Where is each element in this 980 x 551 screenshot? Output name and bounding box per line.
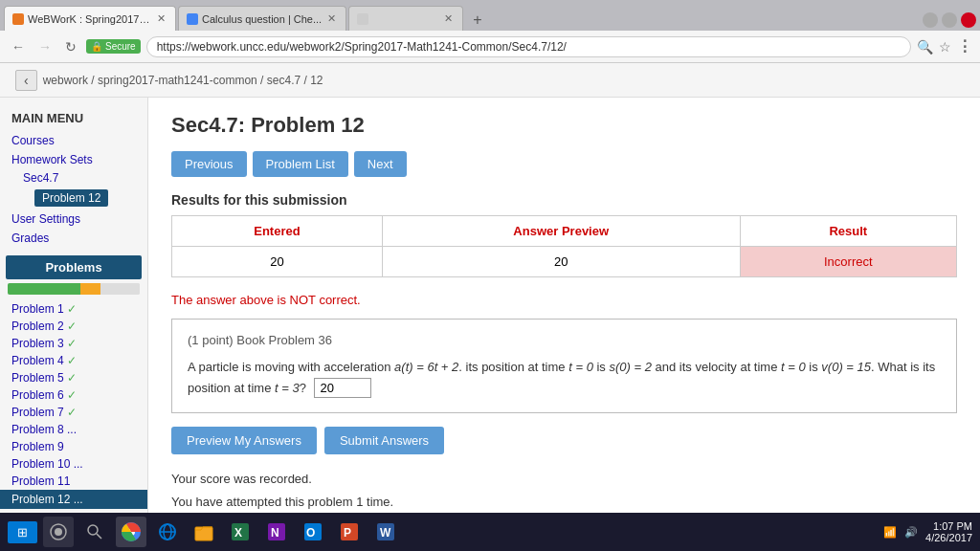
tab-favicon-webwork <box>12 13 24 25</box>
content-area: Sec4.7: Problem 12 Previous Problem List… <box>148 98 980 551</box>
problem-text: A particle is moving with acceleration a… <box>188 357 941 399</box>
problem-box: (1 point) Book Problem 36 A particle is … <box>171 319 957 413</box>
sidebar-item-user-settings[interactable]: User Settings <box>0 209 147 229</box>
svg-text:W: W <box>380 526 391 540</box>
tab-empty[interactable]: ✕ <box>348 6 463 31</box>
tab-calculus[interactable]: Calculus question | Che... ✕ <box>178 6 346 31</box>
problems-header: Problems <box>6 255 142 279</box>
submit-buttons: Preview My Answers Submit Answers <box>171 427 957 454</box>
sidebar-item-grades[interactable]: Grades <box>0 229 147 248</box>
col-header-entered: Entered <box>172 216 383 247</box>
time: 1:07 PM <box>925 520 972 532</box>
progress-empty <box>100 283 140 295</box>
forward-button[interactable]: → <box>34 37 56 56</box>
taskbar-explorer[interactable] <box>189 517 219 547</box>
svg-text:X: X <box>234 526 242 540</box>
cell-result: Incorrect <box>740 247 956 277</box>
sidebar-item-sec47[interactable]: Sec4.7 <box>0 169 147 187</box>
col-header-preview: Answer Preview <box>382 216 740 247</box>
sidebar-problem-9[interactable]: Problem 9 <box>0 438 147 455</box>
taskbar-outlook[interactable]: O <box>298 517 328 547</box>
sidebar-problem-5[interactable]: Problem 5 ✓ <box>0 369 147 386</box>
tab-webwork-close[interactable]: ✕ <box>155 12 167 25</box>
tab-empty-close[interactable]: ✕ <box>442 12 455 25</box>
sidebar-problem-2[interactable]: Problem 2 ✓ <box>0 318 147 335</box>
taskbar-search[interactable] <box>79 517 110 547</box>
new-tab-button[interactable]: + <box>465 10 489 31</box>
submit-button[interactable]: Submit Answers <box>324 427 444 454</box>
star-icon: ☆ <box>939 39 951 55</box>
taskbar-network-icon: 📶 <box>883 526 897 539</box>
sidebar-item-problem12-active[interactable]: Problem 12 <box>34 189 108 207</box>
svg-line-3 <box>97 534 101 539</box>
svg-text:O: O <box>306 526 315 540</box>
date: 4/26/2017 <box>925 532 972 543</box>
sidebar-problem-12-active[interactable]: Problem 12 ... <box>0 490 147 509</box>
taskbar-cortana[interactable] <box>43 517 74 547</box>
sidebar-problem-1[interactable]: Problem 1 ✓ <box>0 300 147 318</box>
cell-entered: 20 <box>172 247 383 277</box>
taskbar-onenote[interactable]: N <box>261 517 292 547</box>
sidebar-problem-3[interactable]: Problem 3 ✓ <box>0 335 147 352</box>
url-bar[interactable] <box>146 36 911 57</box>
taskbar-ie[interactable] <box>152 517 183 547</box>
tab-webwork-label: WeBWorK : Spring2017-... <box>28 13 151 25</box>
t-eq-0-2: t = 0 <box>781 360 806 374</box>
sidebar-problem-8[interactable]: Problem 8 ... <box>0 421 147 438</box>
window-minimize[interactable] <box>923 12 938 28</box>
action-buttons: Previous Problem List Next <box>171 151 957 177</box>
accel-formula: a(t) = 6t + 2 <box>394 360 458 374</box>
sidebar-problem-4[interactable]: Problem 4 ✓ <box>0 352 147 369</box>
taskbar: ⊞ X N <box>0 513 980 551</box>
window-maximize[interactable] <box>942 12 957 28</box>
taskbar-word[interactable]: W <box>370 517 401 547</box>
col-header-result: Result <box>740 216 956 247</box>
cell-preview: 20 <box>382 247 740 277</box>
sidebar-item-homework-sets[interactable]: Homework Sets <box>0 150 147 169</box>
t-eq-3: t = 3 <box>275 381 300 395</box>
tab-webwork[interactable]: WeBWorK : Spring2017-... ✕ <box>4 6 176 31</box>
next-button[interactable]: Next <box>354 151 407 177</box>
sidebar-problem-11[interactable]: Problem 11 <box>0 473 147 490</box>
back-button[interactable]: ← <box>8 37 29 56</box>
browser-tab-bar: WeBWorK : Spring2017-... ✕ Calculus ques… <box>0 0 980 31</box>
sidebar-item-courses[interactable]: Courses <box>0 131 147 150</box>
window-close[interactable] <box>961 12 976 28</box>
more-options-icon[interactable]: ⋮ <box>957 37 972 55</box>
problem-list-button[interactable]: Problem List <box>253 151 348 177</box>
results-table: Entered Answer Preview Result 20 20 Inco… <box>171 215 957 277</box>
taskbar-excel[interactable]: X <box>225 517 256 547</box>
svg-point-1 <box>55 528 62 536</box>
start-button[interactable]: ⊞ <box>8 521 37 543</box>
problem-label: (1 point) Book Problem 36 <box>188 333 941 347</box>
s-formula: s(0) = 2 <box>609 360 651 374</box>
svg-text:N: N <box>271 526 279 540</box>
secure-badge: 🔒 Secure <box>86 39 141 54</box>
sidebar-problem-10[interactable]: Problem 10 ... <box>0 455 147 473</box>
breadcrumb: webwork / spring2017-math1241-common / s… <box>43 74 323 87</box>
preview-button[interactable]: Preview My Answers <box>171 427 317 454</box>
time-display: 1:07 PM 4/26/2017 <box>925 520 972 543</box>
tab-calculus-close[interactable]: ✕ <box>325 12 338 25</box>
taskbar-chrome[interactable] <box>116 517 146 547</box>
progress-green <box>8 283 80 295</box>
svg-text:P: P <box>344 526 351 540</box>
taskbar-powerpoint[interactable]: P <box>334 517 365 547</box>
previous-button[interactable]: Previous <box>171 151 247 177</box>
svg-point-2 <box>88 525 98 535</box>
search-icon: 🔍 <box>917 39 933 55</box>
sidebar-problem-7[interactable]: Problem 7 ✓ <box>0 404 147 421</box>
error-message: The answer above is NOT correct. <box>171 293 957 307</box>
answer-input[interactable] <box>314 378 371 398</box>
tab-favicon-calculus <box>187 13 198 25</box>
tab-calculus-label: Calculus question | Che... <box>202 13 322 25</box>
breadcrumb-back-button[interactable]: ‹ <box>15 70 37 91</box>
score-line-1: Your score was recorded. <box>171 468 957 490</box>
progress-bar <box>8 283 140 295</box>
taskbar-sound-icon: 🔊 <box>904 526 918 539</box>
results-title: Results for this submission <box>171 192 957 208</box>
taskbar-right: 📶 🔊 1:07 PM 4/26/2017 <box>883 520 972 543</box>
sidebar-problem-6[interactable]: Problem 6 ✓ <box>0 386 147 404</box>
refresh-button[interactable]: ↻ <box>61 37 80 56</box>
lock-icon: 🔒 <box>91 41 102 52</box>
